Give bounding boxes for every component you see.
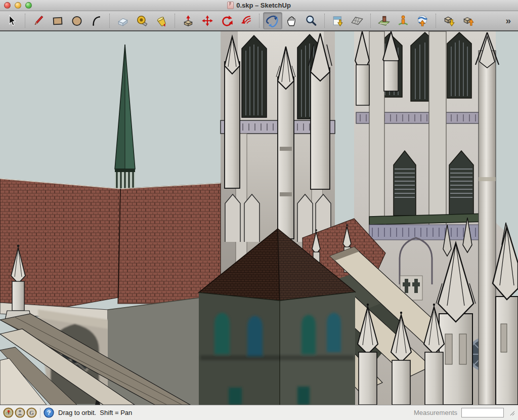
cathedral-model-canvas[interactable]	[0, 31, 518, 405]
help-icon[interactable]: ?	[44, 407, 54, 418]
add-new-building-tool-icon[interactable]	[394, 12, 413, 29]
circle-tool-icon[interactable]	[67, 12, 87, 29]
get-current-view-tool-icon[interactable]	[328, 12, 348, 29]
preview-in-google-earth-tool-icon[interactable]	[413, 12, 432, 29]
tower-pinnacle	[225, 36, 240, 188]
tower-pinnacle	[276, 47, 295, 239]
pinnacle-row	[358, 304, 444, 405]
rectangle-tool-icon[interactable]	[48, 12, 67, 29]
status-bar: G ? Drag to orbit. Shift = Pan Measureme…	[0, 405, 518, 420]
model-viewport[interactable]	[0, 31, 518, 405]
pan-tool-icon[interactable]	[282, 12, 301, 29]
minimize-button[interactable]	[15, 2, 21, 9]
measurements-label: Measurements	[414, 409, 457, 416]
tape-measure-tool-icon[interactable]	[133, 12, 152, 29]
zoom-window-button[interactable]	[25, 2, 32, 9]
photo-textures-tool-icon[interactable]	[374, 12, 394, 29]
paint-bucket-tool-icon[interactable]	[152, 12, 171, 29]
sketchup-window: 0.skp – SketchUp	[0, 0, 518, 420]
svg-text:?: ?	[47, 409, 51, 416]
toggle-terrain-tool-icon[interactable]	[348, 12, 367, 29]
rotate-tool-icon[interactable]	[217, 12, 236, 29]
google-signin-icon[interactable]: G	[26, 407, 37, 418]
document-icon	[227, 2, 234, 9]
svg-text:G: G	[29, 410, 34, 416]
status-hint-text: Drag to orbit. Shift = Pan	[58, 409, 132, 416]
close-button[interactable]	[4, 2, 11, 9]
follow-me-tool-icon[interactable]	[236, 12, 255, 29]
credits-person-icon[interactable]	[15, 407, 25, 418]
push-pull-tool-icon[interactable]	[179, 12, 198, 29]
get-models-tool-icon[interactable]	[440, 12, 459, 29]
select-tool-icon[interactable]	[2, 12, 21, 29]
share-model-tool-icon[interactable]	[459, 12, 478, 29]
move-tool-icon[interactable]	[198, 12, 217, 29]
resize-grip[interactable]	[509, 410, 515, 416]
zoom-tool-icon[interactable]	[301, 12, 321, 29]
title-bar[interactable]: 0.skp – SketchUp	[0, 0, 518, 11]
toolbar-overflow-chevron[interactable]: »	[505, 15, 511, 26]
geolocation-icon[interactable]	[3, 407, 14, 418]
eraser-tool-icon[interactable]	[113, 12, 133, 29]
line-tool-icon[interactable]	[29, 12, 48, 29]
measurements-input[interactable]	[461, 408, 504, 417]
orbit-tool-icon[interactable]	[263, 12, 282, 29]
window-title: 0.skp – SketchUp	[236, 2, 291, 9]
arc-tool-icon[interactable]	[87, 12, 106, 29]
toolbar: »	[0, 11, 518, 31]
red-tiled-roofs	[0, 179, 221, 311]
